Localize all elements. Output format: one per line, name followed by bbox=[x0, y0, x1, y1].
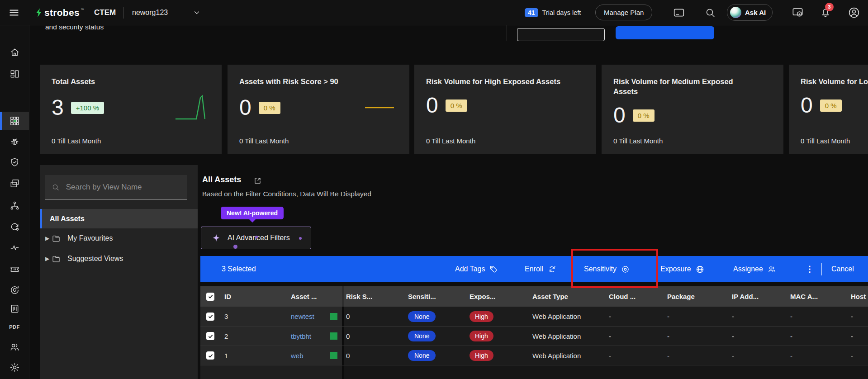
cell-package: - bbox=[667, 346, 669, 365]
col-header-package[interactable]: Package bbox=[667, 286, 695, 307]
profile-avatar-icon[interactable] bbox=[848, 0, 860, 25]
cut-off-section-text: and security status bbox=[45, 25, 104, 33]
col-header-id[interactable]: ID bbox=[224, 286, 231, 307]
cell-ip: - bbox=[732, 307, 734, 326]
assets-table: ID Asset ... Risk S... Sensiti... Expos.… bbox=[200, 286, 868, 379]
cell-cloud: - bbox=[609, 307, 611, 326]
asset-status-square bbox=[330, 352, 337, 359]
row-checkbox[interactable] bbox=[206, 351, 214, 360]
sidebar-shield-check-icon[interactable] bbox=[0, 153, 29, 171]
notification-count-badge: 3 bbox=[825, 3, 834, 11]
card-title: Risk Volume for Low Exposed Assets bbox=[789, 65, 868, 86]
col-header-asset-type[interactable]: Asset Type bbox=[532, 286, 568, 307]
sidebar-automation-sync-icon[interactable] bbox=[0, 218, 29, 236]
view-item-suggested-views[interactable]: ▶ Suggested Views bbox=[40, 249, 198, 269]
sidebar-dashboard-icon[interactable] bbox=[0, 65, 29, 83]
sidebar-windows-icon[interactable] bbox=[0, 174, 29, 192]
stat-card-risk-score-90: Assets with Risk Score > 90 0 0 % 0 Till… bbox=[228, 65, 409, 154]
add-tags-action[interactable]: Add Tags bbox=[455, 256, 498, 282]
sidebar-home-icon[interactable] bbox=[0, 43, 29, 61]
cell-id: 2 bbox=[224, 327, 228, 346]
cell-asset-type: Web Application bbox=[532, 327, 581, 346]
hamburger-menu-icon[interactable] bbox=[8, 0, 20, 25]
table-row[interactable]: 3 newtest 0 None High Web Application - … bbox=[200, 307, 868, 327]
card-footer: 0 Till Last Month bbox=[52, 137, 101, 145]
sparkle-dot bbox=[233, 245, 237, 249]
col-header-mac[interactable]: MAC A... bbox=[790, 286, 818, 307]
cancel-selection-button[interactable]: Cancel bbox=[831, 256, 854, 282]
asset-link[interactable]: newtest bbox=[291, 307, 314, 326]
card-trend-badge: 0 % bbox=[446, 99, 467, 112]
view-search-input[interactable] bbox=[65, 182, 181, 192]
cut-off-outline-button[interactable] bbox=[517, 28, 605, 41]
ask-ai-button[interactable]: Ask AI bbox=[727, 0, 773, 25]
sidebar-settings-gear-icon[interactable] bbox=[0, 358, 29, 376]
manage-plan-button[interactable]: Manage Plan bbox=[595, 0, 652, 25]
row-checkbox[interactable] bbox=[206, 313, 214, 321]
card-value: 0 bbox=[426, 94, 438, 117]
cell-id: 1 bbox=[224, 346, 228, 365]
sparkline-amber bbox=[361, 94, 398, 122]
sparkle-dot bbox=[255, 236, 258, 238]
view-item-all-assets[interactable]: All Assets bbox=[40, 209, 198, 228]
cell-host: - bbox=[851, 327, 853, 346]
views-panel: All Assets ▶ My Favourites ▶ Suggested V… bbox=[40, 165, 198, 379]
sensitivity-action[interactable]: Sensitivity bbox=[584, 256, 630, 282]
asset-link[interactable]: tbytbht bbox=[291, 327, 311, 346]
col-header-exposure[interactable]: Expos... bbox=[470, 286, 496, 307]
view-search[interactable] bbox=[45, 175, 187, 200]
sidebar-assets-icon[interactable] bbox=[0, 112, 29, 130]
table-empty-area bbox=[200, 365, 868, 379]
globe-icon bbox=[695, 265, 705, 274]
sidebar-report-board-icon[interactable] bbox=[0, 299, 29, 317]
org-selector[interactable]: neworg123 bbox=[132, 0, 168, 25]
asset-status-square bbox=[330, 313, 337, 320]
card-trend-badge: 0 % bbox=[259, 102, 280, 114]
assignee-action[interactable]: Assignee bbox=[733, 256, 777, 282]
card-trend-badge: 0 % bbox=[633, 109, 655, 122]
asset-link[interactable]: web bbox=[291, 346, 304, 365]
cell-mac: - bbox=[790, 307, 792, 326]
cell-cloud: - bbox=[609, 327, 611, 346]
strobes-logo[interactable]: strobes™ bbox=[34, 0, 84, 25]
sidebar-users-icon[interactable] bbox=[0, 338, 29, 356]
sidebar-hierarchy-icon[interactable] bbox=[0, 196, 29, 214]
select-all-checkbox[interactable] bbox=[206, 293, 214, 301]
exposure-action[interactable]: Exposure bbox=[660, 256, 705, 282]
card-trend-badge: 0 % bbox=[820, 99, 842, 112]
asset-status-square bbox=[330, 332, 337, 340]
card-trend-badge: +100 % bbox=[71, 102, 104, 114]
card-title: Risk Volume for Medium Exposed Assets bbox=[602, 65, 765, 96]
cut-off-primary-button[interactable] bbox=[616, 26, 714, 39]
col-header-host[interactable]: Host bbox=[851, 286, 866, 307]
table-row[interactable]: 1 web 0 None High Web Application - - - … bbox=[200, 346, 868, 365]
users-icon bbox=[767, 265, 777, 274]
sidebar-ticket-icon[interactable] bbox=[0, 260, 29, 278]
sidebar-shield-sync-icon[interactable] bbox=[0, 281, 29, 299]
expand-icon[interactable] bbox=[253, 176, 262, 185]
chevron-down-icon[interactable] bbox=[193, 0, 201, 25]
col-header-asset[interactable]: Asset ... bbox=[291, 286, 317, 307]
col-header-ip[interactable]: IP Add... bbox=[732, 286, 759, 307]
tag-icon bbox=[489, 265, 498, 274]
sidebar-pdf-icon[interactable]: PDF bbox=[0, 318, 29, 336]
search-icon[interactable] bbox=[705, 0, 716, 25]
sidebar-vulnerabilities-bug-icon[interactable] bbox=[0, 133, 29, 151]
billing-icon[interactable] bbox=[673, 0, 685, 25]
col-header-risk[interactable]: Risk S... bbox=[346, 286, 372, 307]
stat-card-medium-exposed: Risk Volume for Medium Exposed Assets 0 … bbox=[602, 65, 783, 154]
col-header-cloud[interactable]: Cloud ... bbox=[609, 286, 636, 307]
table-row[interactable]: 2 tbytbht 0 None High Web Application - … bbox=[200, 327, 868, 346]
demo-video-icon[interactable] bbox=[792, 0, 804, 25]
row-checkbox[interactable] bbox=[206, 332, 214, 340]
cell-ip: - bbox=[732, 346, 734, 365]
exposure-pill: High bbox=[470, 331, 493, 341]
card-footer: 0 Till Last Month bbox=[239, 137, 289, 145]
view-item-my-favourites[interactable]: ▶ My Favourites bbox=[40, 228, 198, 248]
more-actions-kebab-icon[interactable]: ⋮ bbox=[806, 256, 814, 282]
sidebar-activity-pulse-icon[interactable] bbox=[0, 238, 29, 256]
col-header-sensitivity[interactable]: Sensiti... bbox=[408, 286, 436, 307]
notifications-bell-icon[interactable]: 3 bbox=[820, 0, 831, 25]
sensitivity-pill: None bbox=[408, 350, 436, 361]
enroll-action[interactable]: Enroll bbox=[525, 256, 557, 282]
